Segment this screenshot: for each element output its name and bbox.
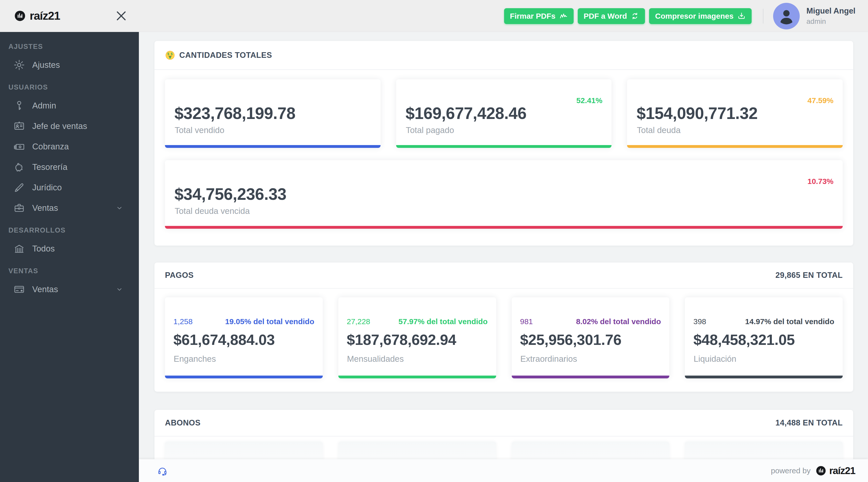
money-mouth-face-emoji: $ $ [165, 50, 175, 60]
briefcase-icon [13, 202, 25, 214]
total-deuda-vencida-label: Total deuda vencida [175, 206, 250, 216]
extraordinarios-count: 981 [520, 317, 533, 326]
svg-text:$: $ [167, 52, 169, 56]
abonos-total-badge: 14,488 EN TOTAL [775, 418, 843, 427]
liquidacion-label: Liquidación [693, 354, 736, 364]
close-icon [115, 9, 128, 23]
sidebar-section-ajustes: AJUSTES [0, 34, 139, 55]
sidebar-item-tesoreria[interactable]: Tesorería [0, 157, 139, 177]
mensualidades-count: 27,228 [347, 317, 370, 326]
raiz21-logo-icon [815, 465, 826, 476]
powered-by-text: powered by [771, 466, 810, 475]
sidebar-item-todos[interactable]: Todos [0, 238, 139, 259]
sidebar-item-ajustes[interactable]: Ajustes [0, 55, 139, 75]
total-deuda-card: 47.59% $154,090,771.32 Total deuda [627, 79, 843, 148]
extraordinarios-card: 981 8.02% del total vendido $25,956,301.… [512, 297, 670, 379]
topbar: raíz21 Firmar PDFs PDF a Word Compresor … [0, 0, 868, 32]
firmar-pdfs-button[interactable]: Firmar PDFs [504, 8, 574, 24]
sidebar-item-label: Jefe de ventas [32, 121, 87, 131]
liquidacion-percent: 14.97% del total vendido [745, 317, 834, 326]
signature-icon [559, 12, 568, 20]
sidebar-item-label: Admin [32, 101, 56, 111]
pagos-total-badge: 29,865 EN TOTAL [775, 271, 843, 280]
compresor-imagenes-button[interactable]: Compresor imagenes [649, 8, 752, 24]
sidebar-item-ventas-usuarios[interactable]: Ventas [0, 198, 139, 218]
brand-logo[interactable]: raíz21 [14, 9, 60, 23]
panel-title: PAGOS [165, 271, 194, 280]
enganches-label: Enganches [174, 354, 216, 364]
sidebar-item-ventas[interactable]: Ventas [0, 279, 139, 300]
abonos-card-placeholder [512, 442, 670, 459]
sidebar-item-label: Todos [32, 244, 55, 253]
user-menu[interactable]: Miguel Angel admin [806, 6, 856, 26]
headset-support-icon[interactable] [157, 465, 168, 476]
sidebar-item-label: Ventas [32, 203, 58, 213]
download-icon [737, 12, 746, 20]
sidebar-item-label: Cobranza [32, 142, 69, 151]
user-avatar[interactable] [773, 3, 800, 29]
abonos-card-placeholder [165, 442, 323, 459]
extraordinarios-label: Extraordinarios [521, 354, 577, 364]
sidebar-close-button[interactable] [115, 9, 128, 23]
abonos-body [154, 436, 853, 459]
cantidades-totales-body: $323,768,199.78 Total vendido 52.41% $16… [154, 70, 853, 229]
footer: powered by raíz21 [139, 459, 868, 482]
enganches-count: 1,258 [174, 317, 193, 326]
compresor-imagenes-label: Compresor imagenes [655, 12, 734, 21]
id-card-icon [13, 120, 25, 132]
topbar-divider [763, 9, 764, 24]
sidebar: AJUSTES Ajustes USUARIOS Admin Jefe de v… [0, 32, 139, 482]
abonos-card-placeholder [338, 442, 496, 459]
mensualidades-card: 27,228 57.97% del total vendido $187,678… [338, 297, 496, 379]
total-deuda-amount: $154,090,771.32 [637, 104, 757, 123]
cantidades-totales-header: $ $ CANTIDADES TOTALES [154, 41, 853, 70]
sidebar-item-juridico[interactable]: Jurídico [0, 177, 139, 198]
liquidacion-amount: $48,458,321.05 [693, 331, 795, 348]
user-icon [776, 6, 796, 26]
raiz21-logo-icon [14, 10, 26, 22]
pen-icon [13, 182, 25, 193]
sidebar-item-label: Tesorería [32, 162, 67, 172]
firmar-pdfs-label: Firmar PDFs [510, 12, 556, 21]
gear-icon [13, 59, 25, 71]
chevron-down-icon [115, 285, 124, 294]
footer-brand-name: raíz21 [829, 465, 855, 476]
key-icon [13, 100, 25, 112]
sidebar-item-admin[interactable]: Admin [0, 95, 139, 116]
total-pagado-label: Total pagado [406, 125, 454, 135]
pdf-a-word-button[interactable]: PDF a Word [578, 8, 645, 24]
extraordinarios-amount: $25,956,301.76 [520, 331, 621, 348]
sidebar-section-desarrollos: DESARROLLOS [0, 218, 139, 238]
sidebar-item-cobranza[interactable]: Cobranza [0, 137, 139, 157]
total-deuda-label: Total deuda [637, 125, 681, 135]
pdf-a-word-label: PDF a Word [584, 12, 627, 21]
cantidades-totales-panel: $ $ CANTIDADES TOTALES $323,768,199.78 T… [154, 41, 853, 246]
user-role: admin [806, 18, 856, 26]
mensualidades-label: Mensualidades [347, 354, 404, 364]
cash-icon [13, 141, 25, 152]
topbar-actions: Firmar PDFs PDF a Word Compresor imagene… [500, 0, 856, 32]
enganches-amount: $61,674,884.03 [174, 331, 275, 348]
footer-brand: raíz21 [815, 465, 855, 476]
pagos-panel: PAGOS 29,865 EN TOTAL 1,258 19.05% del t… [154, 263, 853, 392]
pagos-body: 1,258 19.05% del total vendido $61,674,8… [154, 289, 853, 379]
credit-card-icon [13, 283, 25, 295]
enganches-percent: 19.05% del total vendido [225, 317, 314, 326]
sidebar-section-ventas: VENTAS [0, 259, 139, 279]
total-vendido-card: $323,768,199.78 Total vendido [165, 79, 380, 148]
sidebar-section-usuarios: USUARIOS [0, 75, 139, 95]
total-vendido-amount: $323,768,199.78 [175, 104, 296, 123]
abonos-header: ABONOS 14,488 EN TOTAL [154, 410, 853, 436]
sidebar-item-jefe-de-ventas[interactable]: Jefe de ventas [0, 116, 139, 137]
sidebar-item-label: Jurídico [32, 183, 62, 192]
enganches-card: 1,258 19.05% del total vendido $61,674,8… [165, 297, 323, 379]
liquidacion-count: 398 [693, 317, 706, 326]
total-pagado-percent: 52.41% [577, 96, 602, 105]
total-deuda-percent: 47.59% [807, 96, 834, 105]
convert-icon [631, 12, 639, 20]
total-deuda-vencida-amount: $34,756,236.33 [175, 185, 286, 204]
sidebar-item-label: Ajustes [32, 60, 60, 70]
sidebar-item-label: Ventas [32, 284, 58, 294]
panel-title: ABONOS [165, 418, 200, 427]
total-deuda-vencida-card: 10.73% $34,756,236.33 Total deuda vencid… [165, 160, 843, 229]
